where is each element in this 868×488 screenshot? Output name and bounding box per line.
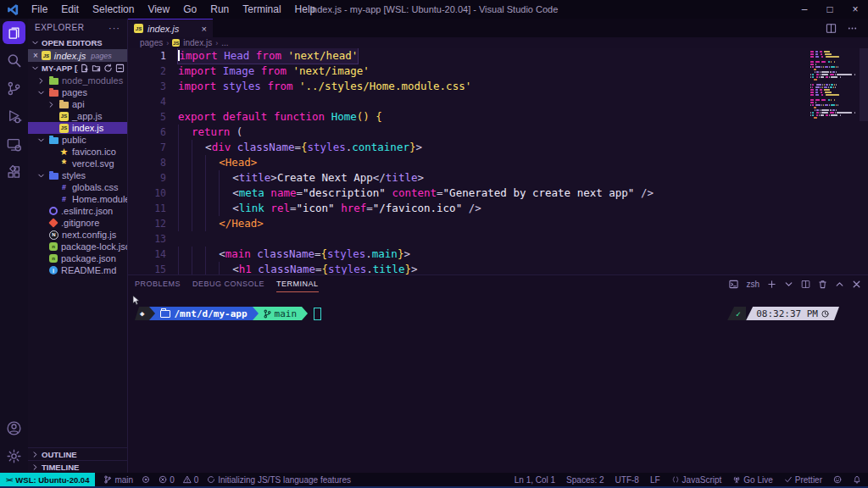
menu-view[interactable]: View [141,0,176,19]
remote-indicator[interactable]: >< WSL: Ubuntu-20.04 [0,473,95,486]
panel-tab-debug-console[interactable]: DEBUG CONSOLE [192,275,264,292]
code-line-5[interactable]: 5export default function Home() { [128,109,868,125]
tree-item-next-config-js[interactable]: Nnext.config.js [28,229,127,241]
refresh-icon[interactable] [103,64,113,73]
timeline-section-header[interactable]: TIMELINE [28,460,127,473]
close-panel-icon[interactable] [852,280,861,289]
activity-source-control[interactable] [3,77,25,100]
tree-item-styles[interactable]: styles [28,169,127,181]
editor-scrollbar[interactable] [860,48,868,121]
statusbar-git-branch[interactable]: main [103,475,133,485]
code-line-14[interactable]: 14<main className={styles.main}> [128,247,868,262]
menu-selection[interactable]: Selection [86,0,141,19]
outline-section-header[interactable]: OUTLINE [28,447,127,460]
more-actions-icon[interactable] [847,23,858,34]
star-file-icon: ★ [59,147,69,157]
statusbar-language-mode[interactable]: JavaScript [671,475,722,485]
statusbar-errors[interactable]: 0 [159,475,175,485]
breadcrumb-symbol[interactable]: ... [221,38,228,47]
activity-explorer[interactable] [3,21,25,44]
code-editor[interactable]: 1import Head from 'next/head'2import Ima… [128,48,868,274]
close-editor-icon[interactable]: × [33,51,38,60]
activity-remote-explorer[interactable] [3,133,25,156]
project-section-header[interactable]: MY-APP [... [28,62,127,75]
statusbar-language-status[interactable]: Initializing JS/TS language features [207,475,351,485]
code-line-9[interactable]: 9<title>Create Next App</title> [128,170,868,186]
new-file-icon[interactable] [80,64,89,73]
tree-item-package-lock-json[interactable]: npackage-lock.json [28,241,127,252]
split-editor-icon[interactable] [826,23,837,34]
code-line-10[interactable]: 10<meta name="description" content="Gene… [128,186,868,201]
statusbar-notifications[interactable] [853,475,861,484]
activity-accounts[interactable] [3,417,25,440]
code-line-8[interactable]: 8<Head> [128,155,868,170]
menu-edit[interactable]: Edit [54,0,86,19]
activity-run-and-debug[interactable] [3,105,25,128]
statusbar-indentation[interactable]: Spaces: 2 [566,475,604,485]
statusbar-cursor-position[interactable]: Ln 1, Col 1 [515,475,555,485]
breadcrumb-indexjs[interactable]: index.js [183,38,212,47]
code-line-12[interactable]: 12</Head> [128,216,868,231]
code-line-4[interactable]: 4 [128,94,868,109]
statusbar-eol[interactable]: LF [650,475,660,485]
indent-guide [205,262,219,274]
tree-item-favicon-ico[interactable]: ★favicon.ico [28,146,127,158]
activity-search[interactable] [3,49,25,72]
tree-item--gitignore[interactable]: .gitignore [28,217,127,229]
tree-item--app-js[interactable]: JS_app.js [28,110,127,122]
menu-go[interactable]: Go [176,0,203,19]
code-line-13[interactable]: 13 [128,231,868,247]
code-line-7[interactable]: 7<div className={styles.container}> [128,140,868,155]
kill-terminal-icon[interactable] [818,280,827,289]
new-terminal-icon[interactable] [767,280,776,289]
tree-item-node-modules[interactable]: node_modules [28,75,127,86]
tree-item-index-js[interactable]: JSindex.js [28,122,127,134]
code-line-6[interactable]: 6return ( [128,125,868,140]
maximize-button[interactable]: □ [817,0,843,19]
collapse-all-icon[interactable] [115,64,125,73]
close-button[interactable]: × [843,0,868,19]
code-line-11[interactable]: 11<link rel="icon" href="/favicon.ico" /… [128,201,868,216]
terminal-dropdown-icon[interactable] [784,280,793,289]
terminal-launch-icon[interactable] [729,280,738,289]
breadcrumb-pages[interactable]: pages [140,38,163,47]
tree-item-readme-md[interactable]: iREADME.md [28,264,127,276]
split-terminal-icon[interactable] [801,280,810,289]
open-editors-header[interactable]: OPEN EDITORS [28,36,127,49]
tree-item-api[interactable]: api [28,98,127,110]
code-line-15[interactable]: 15<h1 className={styles.title}> [128,262,868,274]
statusbar-feedback[interactable] [833,475,842,484]
statusbar-go-live[interactable]: Go Live [732,475,772,485]
tree-item--eslintrc-json[interactable]: .eslintrc.json [28,205,127,217]
tree-item-pages[interactable]: pages [28,86,127,98]
panel-tab-problems[interactable]: PROBLEMS [135,275,181,292]
code-line-1[interactable]: 1import Head from 'next/head' [128,48,868,64]
code-line-2[interactable]: 2import Image from 'next/image' [128,64,868,79]
statusbar-prettier[interactable]: Prettier [784,475,822,485]
activity-settings[interactable] [3,445,25,468]
statusbar-warnings[interactable]: 0 [183,475,199,485]
tab-close-icon[interactable]: × [202,24,207,34]
tab-indexjs[interactable]: JS index.js × [128,19,213,37]
panel-tab-terminal[interactable]: TERMINAL [276,275,319,292]
window-controls: – □ × [792,0,868,19]
statusbar-encoding[interactable]: UTF-8 [615,475,639,485]
minimize-button[interactable]: – [792,0,817,19]
minimap[interactable] [810,51,859,119]
open-editor-item[interactable]: × JS index.js pages [28,49,127,62]
menu-terminal[interactable]: Terminal [236,0,287,19]
activity-extensions[interactable] [3,161,25,184]
sidebar-more-actions-icon[interactable]: ··· [108,23,120,33]
menu-run[interactable]: Run [203,0,236,19]
tree-item-vercel-svg[interactable]: *vercel.svg [28,158,127,169]
tree-item-globals-css[interactable]: #globals.css [28,181,127,193]
terminal[interactable]: ◆ /mnt/d/my-app main [128,292,868,473]
maximize-panel-icon[interactable] [835,280,844,289]
new-folder-icon[interactable] [92,64,101,73]
menu-file[interactable]: File [25,0,54,19]
tree-item-home-module-css[interactable]: #Home.module.css [28,193,127,205]
tree-item-package-json[interactable]: npackage.json [28,252,127,264]
code-line-3[interactable]: 3import styles from '../styles/Home.modu… [128,79,868,94]
statusbar-sync[interactable] [142,475,150,484]
tree-item-public[interactable]: public [28,134,127,146]
